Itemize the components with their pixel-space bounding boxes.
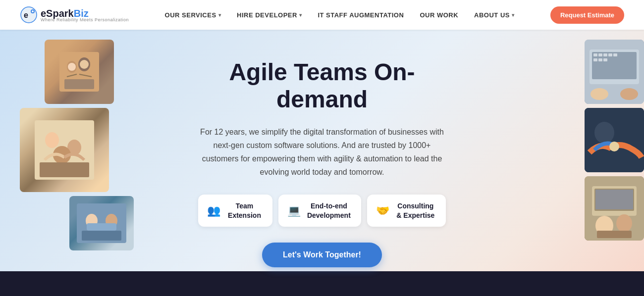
service-label-consulting: Consulting & Expertise	[394, 201, 437, 219]
svg-point-38	[609, 142, 619, 151]
logo[interactable]: e eSparkBiz Where Reliability Meets Pers…	[20, 6, 129, 24]
end-to-end-icon: 💻	[287, 204, 301, 217]
svg-rect-31	[598, 58, 602, 61]
nav-menu: OUR SERVICES ▾ HIRE DEVELOPER ▾ IT STAFF…	[165, 11, 515, 19]
svg-point-13	[45, 132, 59, 148]
svg-rect-20	[82, 231, 121, 241]
consulting-icon: 🤝	[376, 204, 389, 217]
logo-subtitle: Where Reliability Meets Personalization	[41, 17, 129, 22]
nav-it-staff-augmentation[interactable]: IT STAFF AUGMENTATION	[318, 11, 404, 19]
svg-rect-27	[603, 53, 607, 56]
right-photo-collage	[535, 30, 644, 296]
svg-rect-44	[597, 231, 632, 238]
svg-rect-28	[608, 53, 612, 56]
service-label-team-extension: Team Extension	[225, 201, 264, 219]
nav-our-work[interactable]: OUR WORK	[420, 11, 458, 19]
svg-rect-16	[40, 162, 89, 177]
photo-top	[45, 40, 114, 104]
svg-rect-25	[593, 53, 597, 56]
navbar: e eSparkBiz Where Reliability Meets Pers…	[0, 0, 644, 30]
svg-point-8	[68, 63, 76, 71]
bottom-bar	[0, 271, 644, 296]
svg-rect-7	[64, 79, 94, 89]
hero-content: Agile Teams On-demand For 12 years, we s…	[188, 58, 456, 267]
photo-right-1	[585, 40, 644, 104]
hero-description: For 12 years, we simplify the digital tr…	[198, 125, 446, 179]
lets-work-together-button[interactable]: Let's Work Together!	[262, 243, 382, 267]
service-card-end-to-end[interactable]: 💻 End-to-end Development	[278, 195, 361, 226]
svg-rect-32	[603, 58, 607, 61]
service-cards-row: 👥 Team Extension 💻 End-to-end Developmen…	[198, 195, 446, 226]
chevron-down-icon: ▾	[299, 12, 302, 18]
request-estimate-button[interactable]: Request Estimate	[550, 6, 624, 24]
svg-point-9	[80, 60, 89, 69]
svg-rect-26	[598, 53, 602, 56]
svg-point-0	[21, 7, 37, 23]
nav-our-services[interactable]: OUR SERVICES ▾	[165, 11, 221, 19]
team-extension-icon: 👥	[207, 204, 220, 217]
chevron-down-icon: ▾	[218, 12, 221, 18]
photo-right-3	[585, 176, 644, 241]
svg-point-3	[32, 10, 34, 12]
left-photo-collage	[0, 30, 129, 296]
nav-hire-developer[interactable]: HIRE DEVELOPER ▾	[237, 11, 302, 19]
svg-rect-45	[595, 190, 633, 209]
service-card-team-extension[interactable]: 👥 Team Extension	[198, 195, 272, 226]
photo-right-2	[585, 108, 644, 172]
svg-point-33	[590, 88, 608, 100]
svg-rect-29	[613, 53, 617, 56]
svg-point-43	[616, 214, 632, 232]
service-label-end-to-end: End-to-end Development	[306, 201, 352, 219]
svg-text:e: e	[24, 11, 28, 19]
svg-rect-30	[593, 58, 597, 61]
svg-point-34	[620, 88, 638, 100]
chevron-down-icon: ▾	[512, 12, 515, 18]
nav-about-us[interactable]: ABOUT US ▾	[474, 11, 514, 19]
photo-mid	[20, 108, 109, 192]
hero-section: Agile Teams On-demand For 12 years, we s…	[0, 30, 644, 296]
svg-point-36	[594, 122, 614, 144]
hero-title: Agile Teams On-demand	[198, 58, 446, 113]
svg-rect-21	[87, 223, 116, 231]
photo-bot	[69, 196, 134, 250]
service-card-consulting[interactable]: 🤝 Consulting & Expertise	[367, 195, 446, 226]
